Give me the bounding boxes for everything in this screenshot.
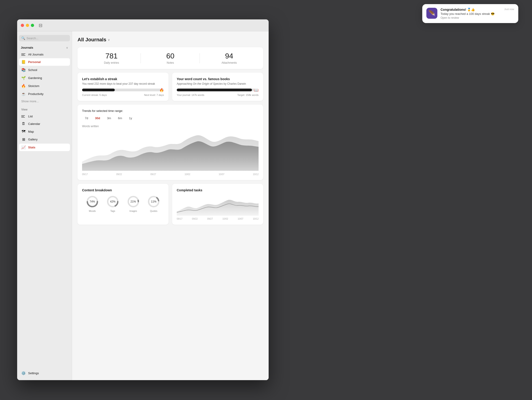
time-btn-7d[interactable]: 7d xyxy=(82,115,91,121)
words-written-chart xyxy=(82,130,259,171)
stat-label: Attachments xyxy=(200,61,259,64)
sidebar-item-label: Stats xyxy=(28,146,35,149)
sidebar-item-label: Gallery xyxy=(28,138,38,141)
close-button[interactable] xyxy=(21,24,24,27)
moods-donut: 74% xyxy=(86,195,99,209)
quotes-label: Quotes xyxy=(150,210,157,212)
sidebar-item-stoicism[interactable]: 🔥 Stoicism xyxy=(19,82,70,90)
images-label: Images xyxy=(129,210,137,212)
tags-label: Tags xyxy=(110,210,115,212)
trends-section: Trends for selected time range: 7d 30d 3… xyxy=(77,105,263,180)
streak-wordcount-row: Let's establish a streak You need 232 mo… xyxy=(77,73,263,101)
productivity-icon: ☕ xyxy=(21,92,26,96)
stats-row: 781 Daily entries 60 Notes 94 Attachment… xyxy=(77,47,263,69)
content-breakdown-card: Content breakdown 74% Moods xyxy=(77,184,169,225)
journals-section-title: Journals xyxy=(21,46,33,49)
moods-value: 74% xyxy=(90,200,95,203)
maximize-button[interactable] xyxy=(31,24,34,27)
sidebar-item-label: All Journals xyxy=(28,53,44,56)
target-words-label: Target: 158k words xyxy=(237,94,259,96)
breakdown-moods: 74% Moods xyxy=(86,195,99,212)
breakdown-tags: 42% Tags xyxy=(106,195,120,212)
sidebar-item-calendar[interactable]: 🗓 Calendar xyxy=(19,120,70,127)
search-bar[interactable]: 🔍 Search... xyxy=(19,35,70,41)
minimize-button[interactable] xyxy=(26,24,29,27)
stoicism-icon: 🔥 xyxy=(21,84,26,88)
completed-tasks-title: Completed tasks xyxy=(177,188,259,192)
page-title: All Journals xyxy=(77,37,106,43)
tasks-date-1: 09/17 xyxy=(177,218,183,220)
date-6: 10/12 xyxy=(253,173,259,176)
sidebar-item-productivity[interactable]: ☕ Productivity xyxy=(19,90,70,98)
title-chevron-icon[interactable]: ∨ xyxy=(108,38,110,42)
completed-tasks-chart xyxy=(177,195,259,216)
tasks-date-3: 09/27 xyxy=(207,218,213,220)
mac-window: ⊟ 🔍 Search... Journals ∨ All xyxy=(17,19,269,380)
sidebar-item-gallery[interactable]: ⊞ Gallery xyxy=(19,136,70,143)
sidebar-item-label: Settings xyxy=(28,371,39,375)
word-progress-fill xyxy=(177,89,252,91)
sidebar-item-label: Gardening xyxy=(28,76,42,80)
time-btn-6m[interactable]: 6m xyxy=(115,115,125,121)
images-value: 21% xyxy=(131,200,136,203)
main-content: All Journals ∨ 781 Daily entries 60 Note… xyxy=(72,31,269,380)
breakdown-images: 21% Images xyxy=(127,195,140,212)
sidebar-item-list[interactable]: List xyxy=(19,113,70,120)
sidebar-item-all-journals[interactable]: All Journals xyxy=(19,51,70,58)
date-5: 10/07 xyxy=(219,173,224,176)
sidebar-item-label: Map xyxy=(28,130,34,133)
stat-label: Notes xyxy=(141,61,200,64)
time-btn-1y[interactable]: 1y xyxy=(126,115,135,121)
show-more-button[interactable]: Show more... xyxy=(19,98,70,104)
view-section: View List 🗓 Calendar 🗺 Map xyxy=(19,107,70,151)
streak-progress-labels: Current streak: 5 days Next level: 7 day… xyxy=(82,94,164,96)
breakdown-quotes: 11% Quotes xyxy=(147,195,160,212)
stat-attachments: 94 Attachments xyxy=(200,52,259,64)
sidebar-toggle-icon[interactable]: ⊟ xyxy=(39,23,43,28)
word-count-labels: Your journal: 147k words Target: 158k wo… xyxy=(177,94,259,96)
tags-donut: 42% xyxy=(106,195,120,209)
tasks-date-4: 10/02 xyxy=(222,218,228,220)
time-btn-3m[interactable]: 3m xyxy=(104,115,114,121)
current-streak-label: Current streak: 5 days xyxy=(82,94,107,96)
tasks-date-5: 10/07 xyxy=(238,218,243,220)
streak-card-subtitle: You need 232 more days to beat your 237 … xyxy=(82,82,164,85)
personal-icon: 📒 xyxy=(21,60,26,64)
time-btn-30d[interactable]: 30d xyxy=(92,115,103,121)
tags-value: 42% xyxy=(110,200,115,203)
list-icon xyxy=(21,115,26,117)
quotes-value: 11% xyxy=(151,200,156,203)
quotes-donut: 11% xyxy=(147,195,160,209)
sidebar-item-personal[interactable]: 📒 Personal xyxy=(19,58,70,66)
moods-label: Moods xyxy=(89,210,96,212)
stat-value: 781 xyxy=(82,52,141,60)
search-placeholder: Search... xyxy=(26,37,38,40)
sidebar-item-label: Calendar xyxy=(28,122,40,126)
sidebar-item-stats[interactable]: 📈 Stats xyxy=(19,144,70,151)
map-icon: 🗺 xyxy=(21,129,26,134)
notif-body: Today you reached a 100 days streak 😎 xyxy=(441,12,501,16)
next-level-label: Next level: 7 days xyxy=(144,94,164,96)
sidebar-item-gardening[interactable]: 🌱 Gardening xyxy=(19,74,70,82)
sidebar-item-school[interactable]: 📚 School xyxy=(19,66,70,74)
stat-value: 60 xyxy=(141,52,200,60)
sidebar-item-settings[interactable]: ⚙️ Settings xyxy=(19,369,72,377)
streak-card-title: Let's establish a streak xyxy=(82,77,164,81)
notif-content: Congratulations! 🥇👍 Today you reached a … xyxy=(441,8,501,19)
stat-value: 94 xyxy=(200,52,259,60)
sidebar-item-label: Stoicism xyxy=(28,84,39,88)
your-words-label: Your journal: 147k words xyxy=(177,94,204,96)
journals-section-header[interactable]: Journals ∨ xyxy=(19,45,70,50)
notification-popup[interactable]: 🪶 Congratulations! 🥇👍 Today you reached … xyxy=(422,4,518,23)
sidebar-item-label: Personal xyxy=(28,60,41,64)
view-section-title: View xyxy=(19,107,70,112)
sidebar-item-label: Productivity xyxy=(28,92,44,96)
trends-label: Trends for selected time range: xyxy=(82,109,259,113)
date-2: 09/22 xyxy=(116,173,122,176)
main-header: All Journals ∨ xyxy=(77,37,263,43)
bottom-row: Content breakdown 74% Moods xyxy=(77,184,263,225)
word-count-title: Your word count vs. famous books xyxy=(177,77,259,81)
sidebar-item-map[interactable]: 🗺 Map xyxy=(19,128,70,135)
time-range-buttons: 7d 30d 3m 6m 1y xyxy=(82,115,259,121)
book-icon: 📖 xyxy=(254,88,259,92)
